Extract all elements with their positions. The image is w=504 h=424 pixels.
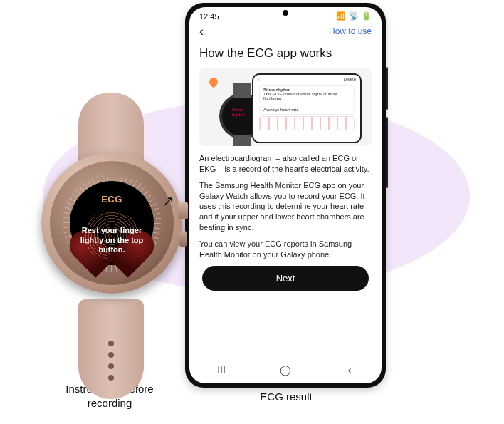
phone-frame: 12:45 📶 📡 🔋 ‹ How to use How the ECG app…	[185, 3, 386, 388]
back-button[interactable]: ‹	[199, 25, 204, 38]
paragraph-1: An electrocardiogram – also called an EC…	[199, 153, 372, 175]
phone-screen: 12:45 📶 📡 🔋 ‹ How to use How the ECG app…	[189, 7, 382, 383]
app-bar: ‹ How to use	[189, 22, 382, 43]
phone-side-button-2	[386, 117, 388, 188]
page-title: How the ECG app works	[199, 46, 372, 61]
watch-bezel: ECG Rest your finger lightly on the top …	[50, 161, 174, 285]
watch-strap-bottom	[78, 299, 144, 399]
stage: 12:45 📶 📡 🔋 ‹ How to use How the ECG app…	[0, 0, 504, 424]
mini-phone-graphic: ‹Delete Sinus rhythmThis ECG does not sh…	[252, 73, 362, 143]
mini-card1-sub: This ECG does not show signs of atrial f…	[263, 92, 350, 100]
content-area: How the ECG app works Sinusrhythm ‹Delet…	[189, 43, 382, 359]
nav-bar: III ◯ ‹	[189, 359, 382, 383]
watch-side-button[interactable]	[179, 231, 187, 247]
ecg-title: ECG	[70, 194, 154, 205]
front-camera	[283, 10, 288, 16]
mini-ecg-wave	[259, 116, 355, 130]
watch-instruction-text: Rest your finger lightly on the top butt…	[77, 226, 147, 255]
nav-back-icon[interactable]: ‹	[343, 363, 356, 376]
heart-icon	[208, 76, 220, 88]
mini-back-icon: ‹	[258, 77, 259, 81]
home-icon[interactable]: ◯	[279, 363, 292, 376]
recents-icon[interactable]: III	[215, 363, 228, 376]
phone-side-button-1	[386, 67, 388, 110]
next-button[interactable]: Next	[202, 266, 369, 291]
paragraph-2: The Samsung Health Monitor ECG app on yo…	[199, 180, 372, 233]
wifi-icon: 📡	[349, 11, 359, 21]
how-to-use-link[interactable]: How to use	[329, 26, 372, 36]
mini-card2-title: Average heart rate	[263, 108, 299, 112]
watch-assembly: ECG Rest your finger lightly on the top …	[21, 93, 192, 399]
illustration-card: Sinusrhythm ‹Delete Sinus rhythmThis ECG…	[199, 68, 372, 146]
watch-dial: ECG Rest your finger lightly on the top …	[70, 181, 154, 265]
watch-case: ECG Rest your finger lightly on the top …	[41, 152, 182, 294]
mini-delete-label: Delete	[344, 77, 356, 81]
status-time: 12:45	[199, 12, 219, 21]
arrow-icon: ↗	[162, 192, 174, 210]
battery-icon: 🔋	[362, 11, 372, 21]
caption-phone: ECG result	[243, 391, 329, 403]
paragraph-3: You can view your ECG reports in Samsung…	[199, 239, 372, 260]
signal-icon: 📶	[336, 11, 346, 21]
watch-crown[interactable]	[178, 202, 188, 219]
